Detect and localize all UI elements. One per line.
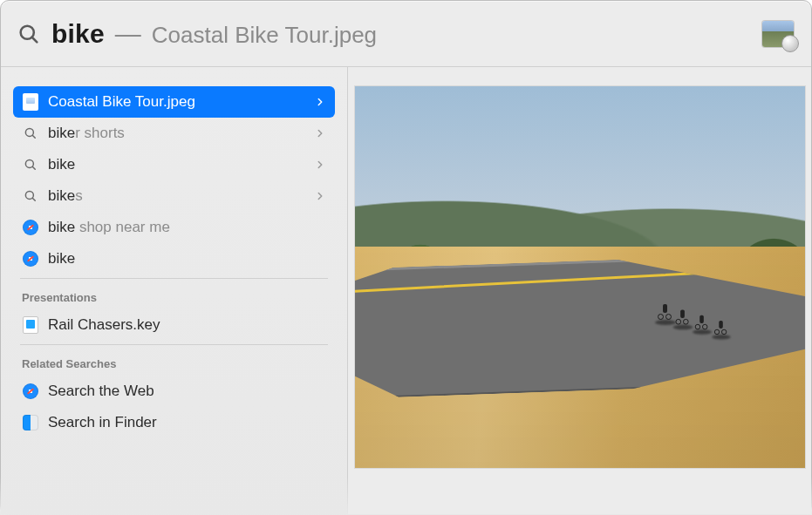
suggestion-match: bike [48,250,75,267]
top-hit-app-icon [762,21,794,47]
chevron-right-icon [314,159,326,171]
suggestion-label: bike shop near me [48,219,326,236]
search-separator: — [115,19,141,49]
search-icon [22,187,39,205]
related-label: Search the Web [48,383,326,400]
search-icon [22,125,39,142]
spotlight-window: bike — Coastal Bike Tour.jpeg Coastal Bi… [0,0,812,515]
top-hit-label: Coastal Bike Tour.jpeg [48,93,305,111]
chevron-right-icon [314,127,326,139]
divider [20,278,328,279]
divider [20,344,328,345]
cyclist-icon [697,315,706,330]
suggestion-match: bike [48,219,75,235]
search-top-hit-completion: Coastal Bike Tour.jpeg [152,22,377,49]
presentation-row[interactable]: Rail Chasers.key [13,309,335,341]
finder-icon [22,414,39,431]
chevron-right-icon [314,96,326,108]
jpeg-file-icon [22,93,39,111]
presentation-label: Rail Chasers.key [48,316,326,334]
section-header-presentations: Presentations [13,282,335,309]
safari-icon [22,219,39,236]
suggestion-match: bike [48,156,75,173]
content-area: Coastal Bike Tour.jpeg biker shorts [1,67,811,514]
safari-icon [22,250,39,268]
keynote-file-icon [22,316,39,334]
suggestion-completion: shop near me [75,219,170,235]
search-icon [22,156,39,173]
suggestion-label: bike [48,250,326,268]
suggestion-label: bike [48,156,305,173]
search-text: bike — Coastal Bike Tour.jpeg [51,19,762,49]
results-sidebar[interactable]: Coastal Bike Tour.jpeg biker shorts [1,67,348,514]
suggestion-completion: s [75,187,83,204]
cyclist-icon [660,304,671,320]
related-search-web[interactable]: Search the Web [13,376,335,407]
suggestion-completion: r shorts [75,125,125,141]
section-header-related: Related Searches [13,349,335,376]
safari-icon [22,383,39,400]
suggestion-match: bike [48,125,75,141]
preview-image [355,86,805,468]
search-query-typed: bike [51,19,105,49]
related-label: Search in Finder [48,414,326,431]
svg-line-1 [32,37,38,42]
svg-line-7 [32,198,35,200]
search-bar[interactable]: bike — Coastal Bike Tour.jpeg [1,1,811,67]
search-icon [17,22,41,46]
sidebar-fade [1,477,348,514]
suggestion-label: bikes [48,187,305,205]
top-hit-row[interactable]: Coastal Bike Tour.jpeg [13,86,335,118]
suggestion-match: bike [48,187,75,204]
preview-pane [348,67,811,514]
svg-line-3 [32,135,35,138]
svg-line-5 [32,166,35,169]
suggestion-row[interactable]: bike shop near me [13,212,335,243]
suggestion-label: biker shorts [48,125,305,142]
chevron-right-icon [314,190,326,202]
suggestion-row[interactable]: bikes [13,180,335,212]
cyclist-icon [716,321,726,335]
related-search-finder[interactable]: Search in Finder [13,407,335,438]
suggestion-row[interactable]: bike [13,149,335,180]
suggestion-row[interactable]: bike [13,243,335,274]
cyclist-icon [678,309,687,324]
suggestion-row[interactable]: biker shorts [13,118,335,149]
